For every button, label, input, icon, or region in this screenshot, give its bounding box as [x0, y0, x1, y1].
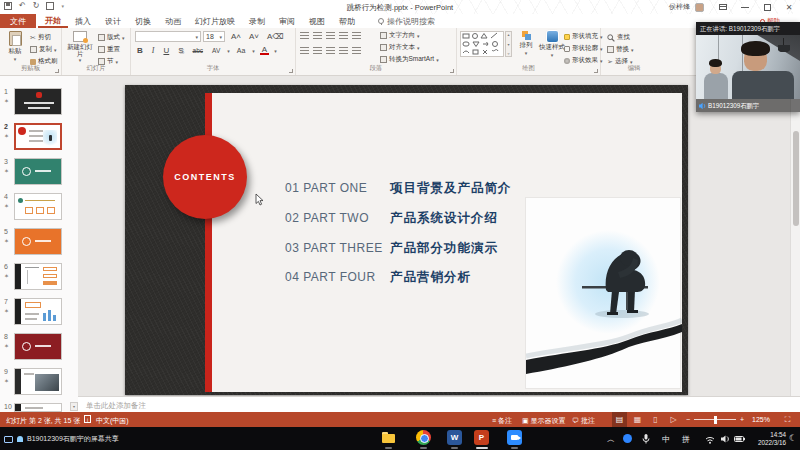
clipboard-dialog-launcher[interactable]	[55, 69, 59, 73]
language-status[interactable]: 中文(中国)	[96, 416, 129, 426]
zoom-in-button[interactable]: +	[740, 416, 744, 423]
bold-button[interactable]: B	[135, 46, 145, 55]
change-case-button[interactable]: Aa	[235, 47, 248, 54]
arrange-button[interactable]: 排列 ▾	[514, 31, 538, 55]
thumbnail-slide-5[interactable]: 5✶	[0, 228, 78, 257]
screen-share-indicator[interactable]: B19012309石鹏宇的屏幕共享	[4, 434, 119, 444]
shape-outline-button[interactable]: 形状轮廓▾	[564, 44, 603, 53]
chrome-icon[interactable]	[416, 430, 431, 445]
wifi-icon[interactable]	[705, 436, 715, 444]
cut-button[interactable]: ✂剪切	[30, 33, 51, 42]
fit-to-window-icon[interactable]: ⛶	[780, 412, 795, 427]
toc-row-1[interactable]: 01 PART ONE 项目背景及产品简介	[285, 180, 512, 197]
powerpoint-icon-active[interactable]: P	[474, 430, 489, 445]
tab-home[interactable]: 开始	[38, 14, 68, 28]
font-name-combo[interactable]: ▾	[135, 31, 201, 42]
zoom-out-button[interactable]: −	[686, 416, 690, 423]
file-explorer-icon[interactable]	[381, 430, 396, 445]
accessibility-icon[interactable]: i	[84, 415, 91, 423]
line-spacing-icon[interactable]	[352, 32, 361, 40]
text-shadow-button[interactable]: S	[176, 46, 185, 55]
zoom-slider-thumb[interactable]	[714, 416, 717, 424]
shapes-gallery[interactable]	[460, 31, 504, 57]
character-spacing-button[interactable]: AV	[210, 47, 222, 54]
participant-video[interactable]	[696, 35, 800, 99]
font-dialog-launcher[interactable]	[289, 69, 293, 73]
shapes-scroll[interactable]: ▴▾▿	[505, 31, 512, 57]
minimize-button[interactable]	[734, 0, 756, 14]
start-button[interactable]	[336, 430, 351, 445]
focus-assist-moon-icon[interactable]: ☾	[789, 433, 797, 443]
font-color-button[interactable]: A	[260, 46, 269, 55]
meeting-app-icon[interactable]	[507, 430, 522, 445]
display-settings-button[interactable]: ▣ 显示器设置	[522, 416, 566, 426]
decrease-indent-icon[interactable]	[326, 32, 335, 40]
close-button[interactable]: ✕	[778, 0, 800, 14]
tab-view[interactable]: 视图	[302, 14, 332, 28]
ime-pinyin-indicator[interactable]: 拼	[682, 434, 690, 445]
increase-indent-icon[interactable]	[339, 32, 348, 40]
text-direction-button[interactable]: 文字方向▾	[380, 31, 420, 40]
underline-button[interactable]: U	[161, 46, 171, 55]
paste-button[interactable]: 粘贴 ▾	[3, 31, 27, 61]
align-right-icon[interactable]	[326, 47, 335, 55]
bullets-icon[interactable]	[300, 32, 309, 40]
strikethrough-button[interactable]: abc	[191, 47, 205, 54]
thumbnail-slide-3[interactable]: 3✶	[0, 158, 78, 187]
microphone-icon[interactable]	[642, 434, 650, 444]
italic-button[interactable]: I	[150, 46, 157, 55]
meeting-tray-icon[interactable]	[623, 434, 632, 443]
toc-row-2[interactable]: 02 PART TWO 产品系统设计介绍	[285, 210, 498, 227]
tab-file[interactable]: 文件	[0, 14, 36, 28]
paragraph-dialog-launcher[interactable]	[450, 69, 454, 73]
speaker-icon[interactable]	[721, 435, 730, 443]
thumbnail-slide-8[interactable]: 8✶	[0, 333, 78, 362]
panel-scroll-down-icon[interactable]: ▾	[70, 402, 78, 411]
tab-help[interactable]: 帮助	[332, 14, 362, 28]
tell-me-search[interactable]: 操作说明搜索	[378, 14, 435, 28]
scrollbar-thumb[interactable]	[793, 131, 799, 226]
thumbnail-slide-2-selected[interactable]: 2✶	[0, 123, 78, 152]
copy-button[interactable]: 复制▾	[30, 45, 57, 54]
drawing-dialog-launcher[interactable]	[594, 69, 598, 73]
tab-review[interactable]: 审阅	[272, 14, 302, 28]
contents-badge[interactable]: CONTENTS	[163, 135, 247, 219]
align-center-icon[interactable]	[313, 47, 322, 55]
reset-button[interactable]: 重置	[98, 45, 120, 54]
new-slide-button[interactable]: 新建幻灯片 ▾	[66, 31, 94, 62]
layout-button[interactable]: 版式▾	[98, 33, 125, 42]
account-avatar[interactable]	[695, 3, 704, 12]
notes-toggle-button[interactable]: ≡ 备注	[492, 416, 512, 426]
thumbnail-slide-6[interactable]: 6✶	[0, 263, 78, 292]
thumbnail-slide-4[interactable]: 4✶	[0, 193, 78, 222]
hidden-icons-chevron[interactable]: ︿	[607, 434, 615, 445]
account-user-name[interactable]: 侯梓烽	[669, 2, 690, 12]
align-text-button[interactable]: 对齐文本▾	[380, 43, 420, 52]
shrink-font-button[interactable]: A˅	[247, 32, 261, 41]
quick-styles-button[interactable]: 快速样式 ▾	[538, 31, 566, 57]
thumbnail-slide-10[interactable]: 10	[0, 403, 78, 412]
slide-sorter-view-button[interactable]: ▦	[630, 412, 645, 427]
grow-font-button[interactable]: A˄	[229, 32, 243, 41]
justify-icon[interactable]	[339, 47, 348, 55]
tab-design[interactable]: 设计	[98, 14, 128, 28]
tab-insert[interactable]: 插入	[68, 14, 98, 28]
replace-button[interactable]: 替换▾	[607, 45, 634, 54]
zoom-level[interactable]: 125%	[752, 416, 770, 423]
ribbon-display-options-button[interactable]	[712, 0, 734, 14]
find-button[interactable]: 查找	[607, 33, 630, 42]
tab-record[interactable]: 录制	[242, 14, 272, 28]
depressed-figure-illustration[interactable]	[525, 197, 681, 389]
taskbar-clock[interactable]: 14:54 2022/3/16	[758, 431, 786, 446]
toc-row-4[interactable]: 04 PART FOUR 产品营销分析	[285, 269, 471, 286]
thumbnail-slide-9[interactable]: 9✶	[0, 368, 78, 397]
thumbnail-slide-1[interactable]: 1✶	[0, 88, 78, 117]
vertical-scrollbar[interactable]	[790, 76, 800, 396]
notes-pane[interactable]: 单击此处添加备注	[78, 396, 800, 412]
shape-fill-button[interactable]: 形状填充▾	[564, 32, 603, 41]
thumbnail-slide-7[interactable]: 7✶	[0, 298, 78, 327]
reading-view-button[interactable]: ▯	[648, 412, 663, 427]
normal-view-button[interactable]: ▤	[612, 412, 627, 427]
ime-chinese-indicator[interactable]: 中	[662, 434, 670, 445]
word-icon[interactable]: W	[447, 430, 462, 445]
